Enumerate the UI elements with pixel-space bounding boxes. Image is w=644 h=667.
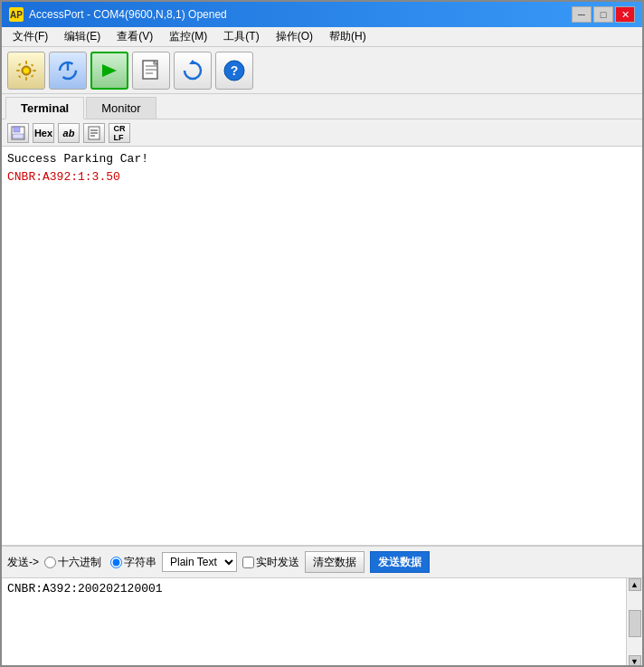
menu-view[interactable]: 查看(V) — [109, 27, 160, 46]
crlf-button[interactable]: CRLF — [109, 123, 130, 143]
gear-icon — [14, 58, 39, 83]
text-button[interactable]: ab — [58, 123, 80, 143]
menu-file[interactable]: 文件(F) — [5, 27, 55, 46]
tab-monitor[interactable]: Monitor — [86, 97, 156, 119]
radio-hex-label: 十六进制 — [58, 555, 101, 570]
refresh-icon — [180, 58, 205, 83]
menu-operate[interactable]: 操作(O) — [269, 27, 320, 46]
svg-point-1 — [24, 68, 29, 73]
svg-rect-4 — [16, 70, 20, 71]
encoding-dropdown[interactable]: Plain Text — [162, 552, 237, 572]
pencil-icon — [86, 125, 102, 141]
realtime-checkbox-container[interactable]: 实时发送 — [242, 555, 299, 570]
radio-hex[interactable]: 十六进制 — [44, 555, 101, 570]
close-button[interactable]: ✕ — [615, 6, 635, 23]
svg-rect-8 — [18, 74, 22, 78]
svg-marker-12 — [102, 64, 117, 77]
app-icon: AP — [9, 7, 24, 22]
svg-rect-5 — [33, 70, 36, 71]
menu-tools[interactable]: 工具(T) — [216, 27, 266, 46]
clear-button[interactable]: 清空数据 — [305, 551, 365, 573]
input-area[interactable]: CNBR:A392:200202120001 — [2, 578, 626, 667]
title-bar: AP AccessPort - COM4(9600,N,8,1) Opened … — [2, 2, 642, 27]
realtime-label: 实时发送 — [256, 555, 299, 570]
tab-terminal[interactable]: Terminal — [5, 97, 84, 119]
connect-button[interactable] — [90, 52, 128, 90]
scroll-thumb[interactable] — [629, 610, 641, 637]
radio-str[interactable]: 字符串 — [110, 555, 156, 570]
send-button[interactable]: 发送数据 — [370, 551, 430, 573]
svg-rect-6 — [18, 62, 22, 66]
minimize-button[interactable]: ─ — [572, 6, 592, 23]
terminal-line-2: CNBR:A392:1:3.50 — [7, 168, 637, 186]
radio-group: 十六进制 字符串 — [44, 555, 156, 570]
menu-help[interactable]: 帮助(H) — [322, 27, 374, 46]
hex-button[interactable]: Hex — [33, 123, 54, 143]
tabs-bar: Terminal Monitor — [2, 94, 642, 119]
main-content: Success Parking Car! CNBR:A392:1:3.50 发送… — [2, 147, 642, 667]
input-container: CNBR:A392:200202120001 ▲ ▼ — [2, 578, 642, 667]
help-button[interactable]: ? — [215, 52, 253, 90]
save-icon — [10, 125, 26, 141]
refresh-button[interactable] — [174, 52, 212, 90]
settings-button[interactable] — [7, 52, 45, 90]
power-icon — [55, 58, 80, 83]
svg-rect-9 — [31, 74, 34, 78]
document-button[interactable] — [132, 52, 170, 90]
sub-toolbar: Hex ab CRLF — [2, 119, 642, 147]
svg-rect-22 — [14, 127, 20, 132]
toolbar: ? — [2, 47, 642, 94]
menu-edit[interactable]: 编辑(E) — [57, 27, 108, 46]
send-bar: 发送-> 十六进制 字符串 Plain Text 实时发送 清空数据 发送数据 — [2, 546, 642, 578]
menu-bar: 文件(F) 编辑(E) 查看(V) 监控(M) 工具(T) 操作(O) 帮助(H… — [2, 27, 642, 47]
power-button[interactable] — [49, 52, 87, 90]
menu-monitor[interactable]: 监控(M) — [162, 27, 214, 46]
scroll-down-button[interactable]: ▼ — [629, 655, 641, 667]
terminal-line-1: Success Parking Car! — [7, 150, 637, 168]
svg-text:?: ? — [231, 63, 239, 78]
radio-str-label: 字符串 — [124, 555, 156, 570]
window-title: AccessPort - COM4(9600,N,8,1) Opened — [29, 8, 227, 21]
send-label: 发送-> — [7, 555, 39, 570]
svg-rect-23 — [13, 134, 24, 138]
help-icon: ? — [222, 58, 247, 83]
svg-rect-7 — [31, 63, 34, 67]
forward-icon — [97, 58, 122, 83]
title-bar-left: AP AccessPort - COM4(9600,N,8,1) Opened — [9, 7, 227, 22]
document-icon — [138, 58, 164, 83]
title-bar-controls: ─ □ ✕ — [572, 6, 635, 23]
svg-rect-2 — [25, 61, 27, 64]
save-button[interactable] — [7, 123, 29, 143]
scrollbar[interactable]: ▲ ▼ — [626, 578, 642, 667]
svg-rect-3 — [25, 77, 27, 81]
maximize-button[interactable]: □ — [593, 6, 613, 23]
scroll-up-button[interactable]: ▲ — [629, 578, 641, 591]
terminal-display: Success Parking Car! CNBR:A392:1:3.50 — [2, 147, 642, 546]
realtime-checkbox[interactable] — [242, 557, 254, 568]
edit-button[interactable] — [83, 123, 105, 143]
